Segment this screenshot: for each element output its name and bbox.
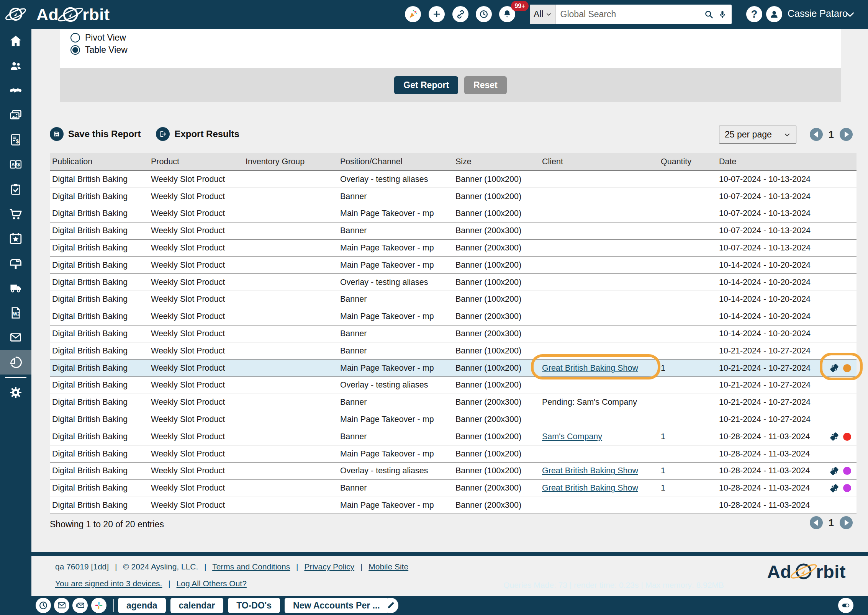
devices-link[interactable]: You are signed into 3 devices.	[55, 579, 162, 588]
recent-activity-button[interactable]	[36, 598, 51, 613]
ad-orbit-logo[interactable]: Ad rbit	[36, 4, 110, 25]
tags-icon[interactable]	[829, 363, 840, 373]
cell-client	[540, 291, 658, 308]
sidebar-item-email[interactable]	[0, 325, 31, 350]
page-number[interactable]: 1	[829, 517, 834, 528]
cell-publication: Digital British Baking	[50, 257, 149, 274]
tags-icon[interactable]	[829, 466, 840, 476]
sidebar-item-invoices[interactable]: $	[0, 128, 31, 152]
sidebar-item-reports[interactable]	[0, 350, 31, 375]
client-link[interactable]: Great British Baking Show	[542, 466, 638, 475]
col-client[interactable]: Client	[540, 153, 658, 171]
reset-button[interactable]: Reset	[464, 76, 507, 94]
prev-page-button[interactable]	[810, 516, 823, 529]
cell-publication: Digital British Baking	[50, 394, 149, 411]
history-button[interactable]	[476, 6, 492, 22]
taskbar-button-1[interactable]: agenda	[118, 598, 166, 613]
table-view-radio[interactable]	[70, 45, 80, 55]
log-others-out-link[interactable]: Log All Others Out?	[177, 579, 247, 588]
col-product[interactable]: Product	[149, 153, 243, 171]
cell-publication: Digital British Baking	[50, 188, 149, 205]
sidebar-item-w2-forms[interactable]: W2	[0, 301, 31, 325]
taskbar-toggle-button[interactable]	[838, 598, 853, 613]
microphone-icon[interactable]	[718, 10, 727, 20]
sidebar-item-mailbox[interactable]	[0, 251, 31, 276]
col-quantity[interactable]: Quantity	[658, 153, 717, 171]
search-input[interactable]	[556, 9, 704, 20]
export-results-button[interactable]: Export Results	[156, 127, 239, 141]
compose-mail-button[interactable]	[72, 598, 88, 613]
tags-icon[interactable]	[829, 431, 840, 442]
row-flag-group[interactable]	[829, 483, 851, 494]
help-button[interactable]: ?	[746, 6, 762, 22]
row-flag-group[interactable]	[829, 431, 851, 442]
mailbox-icon	[9, 257, 23, 270]
save-report-button[interactable]: Save this Report	[50, 127, 141, 141]
terms-link[interactable]: Terms and Conditions	[212, 562, 290, 571]
user-avatar[interactable]	[766, 6, 782, 22]
row-flag-group[interactable]	[829, 363, 851, 373]
sidebar-item-contacts[interactable]	[0, 54, 31, 79]
cell-flags	[817, 445, 857, 463]
taskbar-shortcuts: agendacalendarTO-DO'sNew Accounts Per ..…	[118, 598, 388, 613]
next-page-button[interactable]	[840, 128, 853, 141]
planet-orbit-icon[interactable]	[4, 3, 28, 27]
footer-brand-rbit: rbit	[816, 561, 846, 582]
user-menu-chevron[interactable]	[845, 11, 855, 20]
table-row: Digital British BakingWeekly Slot Produc…	[50, 411, 857, 428]
export-results-label: Export Results	[174, 129, 239, 139]
report-options-panel: Pivot View Table View Get Report Reset	[60, 29, 841, 102]
client-link[interactable]: Sam's Company	[542, 432, 602, 441]
pivot-view-option[interactable]: Pivot View	[70, 33, 126, 43]
search-icon[interactable]	[704, 9, 714, 20]
footer-separator: |	[168, 579, 170, 588]
mail-button[interactable]	[54, 598, 69, 613]
table-row: Digital British BakingWeekly Slot Produc…	[50, 360, 857, 377]
sidebar-item-tasks[interactable]	[0, 177, 31, 202]
announcements-button[interactable]	[405, 6, 421, 22]
col-size[interactable]: Size	[453, 153, 540, 171]
sidebar-item-price-book[interactable]: AP$	[0, 152, 31, 177]
col-inventory-group[interactable]: Inventory Group	[243, 153, 338, 171]
col-publication[interactable]: Publication	[50, 153, 149, 171]
sidebar-item-settings[interactable]	[0, 380, 31, 405]
cell-position-channel: Main Page Takeover - mp	[338, 411, 453, 428]
cell-date: 10-21-2024 - 10-27-2024	[717, 411, 817, 428]
sidebar-item-events[interactable]	[0, 226, 31, 251]
cell-product: Weekly Slot Product	[149, 360, 243, 377]
page-number[interactable]: 1	[829, 129, 834, 140]
tags-icon[interactable]	[829, 483, 840, 494]
table-row: Digital British BakingWeekly Slot Produc…	[50, 257, 857, 274]
cell-product: Weekly Slot Product	[149, 188, 243, 205]
taskbar-button-3[interactable]: TO-DO's	[228, 598, 280, 613]
search-scope-select[interactable]: All	[530, 5, 556, 24]
edit-shortcuts-button[interactable]	[383, 598, 398, 613]
per-page-select[interactable]: 25 per page	[719, 126, 796, 144]
client-link[interactable]: Great British Baking Show	[542, 363, 638, 373]
col-date[interactable]: Date	[717, 153, 817, 171]
links-button[interactable]	[452, 6, 468, 22]
sidebar-item-delivery[interactable]	[0, 276, 31, 301]
cell-flags	[817, 308, 857, 325]
cell-position-channel: Main Page Takeover - mp	[338, 257, 453, 274]
table-view-option[interactable]: Table View	[70, 45, 128, 55]
pivot-view-radio[interactable]	[70, 33, 80, 43]
taskbar-button-2[interactable]: calendar	[170, 598, 224, 613]
next-page-button[interactable]	[840, 516, 853, 529]
sidebar-item-home[interactable]	[0, 29, 31, 54]
user-name[interactable]: Cassie Pataro	[788, 8, 848, 19]
sidebar-item-partners[interactable]	[0, 78, 31, 103]
col-position-channel[interactable]: Position/Channel	[338, 153, 453, 171]
taskbar-button-4[interactable]: New Accounts Per ...	[285, 598, 388, 613]
prev-page-button[interactable]	[810, 128, 823, 141]
get-report-button[interactable]: Get Report	[394, 76, 458, 94]
mobile-site-link[interactable]: Mobile Site	[368, 562, 408, 571]
quick-add-button[interactable]	[429, 6, 445, 22]
slack-button[interactable]	[91, 598, 106, 613]
privacy-link[interactable]: Privacy Policy	[304, 562, 354, 571]
client-link[interactable]: Great British Baking Show	[542, 483, 638, 492]
sidebar-item-media-library[interactable]	[0, 103, 31, 128]
sidebar-item-orders[interactable]	[0, 202, 31, 227]
table-row: Digital British BakingWeekly Slot Produc…	[50, 222, 857, 239]
row-flag-group[interactable]	[829, 466, 851, 476]
